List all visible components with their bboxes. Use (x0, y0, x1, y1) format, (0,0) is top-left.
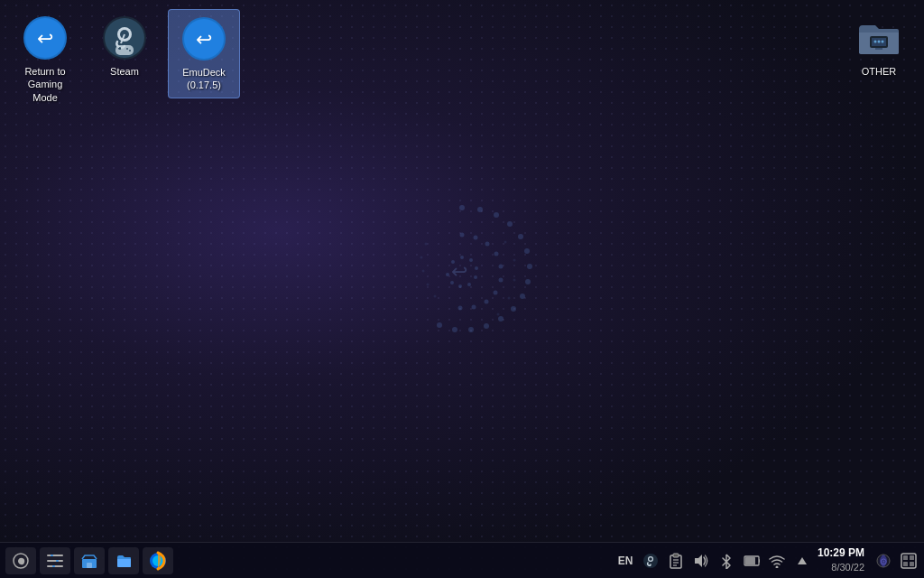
taskbar-store-button[interactable] (74, 547, 105, 574)
svg-point-9 (511, 306, 516, 312)
svg-point-43 (497, 313, 500, 316)
svg-point-17 (485, 242, 490, 247)
tray-steam-icon[interactable] (641, 551, 661, 571)
svg-text:↩: ↩ (37, 27, 53, 50)
svg-text:↩: ↩ (196, 28, 212, 51)
svg-point-20 (499, 278, 504, 283)
tray-wifi-icon[interactable] (767, 551, 787, 571)
svg-rect-52 (116, 45, 134, 55)
svg-text:↩: ↩ (451, 260, 467, 283)
svg-point-63 (874, 41, 877, 43)
svg-point-3 (507, 221, 513, 227)
svg-rect-94 (903, 555, 908, 560)
desktop-icons-container: ↩ Return to Gaming Mode (9, 9, 240, 109)
svg-point-24 (458, 306, 463, 311)
svg-rect-71 (56, 560, 59, 562)
svg-point-4 (518, 234, 523, 239)
svg-point-65 (882, 41, 884, 43)
svg-point-15 (460, 233, 465, 238)
tray-volume-icon[interactable] (691, 551, 711, 571)
svg-point-7 (525, 279, 531, 284)
background-logo: ↩ (372, 190, 552, 370)
svg-point-5 (524, 248, 530, 254)
svg-rect-81 (673, 554, 679, 557)
svg-point-37 (427, 284, 430, 286)
clock-date: 8/30/22 (818, 561, 864, 574)
svg-point-39 (504, 241, 507, 244)
svg-point-33 (446, 273, 449, 276)
svg-rect-97 (910, 562, 914, 566)
tray-expand-icon[interactable] (792, 551, 812, 571)
svg-point-18 (494, 252, 499, 256)
system-tray: EN (615, 545, 919, 574)
return-to-gaming-icon-img: ↩ (22, 14, 69, 61)
other-label: OTHER (862, 65, 897, 78)
tray-window-icon[interactable] (899, 551, 919, 571)
svg-point-14 (437, 322, 442, 328)
steam-icon-img (101, 14, 148, 61)
tray-nightmode-icon[interactable]: ⊙ (873, 551, 893, 571)
svg-rect-95 (910, 555, 914, 560)
svg-point-64 (878, 41, 881, 43)
svg-point-21 (494, 291, 498, 295)
svg-point-23 (472, 305, 476, 310)
svg-point-42 (508, 297, 511, 300)
svg-point-79 (649, 557, 652, 561)
svg-point-55 (126, 48, 128, 50)
svg-point-11 (484, 323, 489, 329)
svg-rect-70 (51, 555, 53, 556)
tray-language[interactable]: EN (615, 551, 635, 571)
svg-point-89 (775, 565, 778, 568)
tray-network-icon[interactable] (742, 551, 762, 571)
tray-clipboard-icon[interactable] (666, 551, 686, 571)
svg-rect-72 (52, 565, 55, 567)
svg-point-35 (420, 256, 423, 259)
svg-point-38 (434, 295, 437, 298)
svg-point-19 (499, 265, 504, 269)
svg-point-28 (475, 266, 478, 270)
svg-rect-88 (745, 557, 755, 564)
svg-point-22 (485, 300, 489, 304)
svg-point-13 (452, 327, 457, 332)
return-to-gaming-label: Return to Gaming Mode (14, 65, 76, 104)
svg-point-31 (458, 284, 462, 288)
desktop: ↩ ↩ Return to Gaming Mode (0, 0, 924, 578)
other-folder-icon-img (855, 14, 902, 61)
taskbar-files-button[interactable] (108, 547, 139, 574)
svg-point-10 (498, 316, 504, 322)
svg-point-36 (422, 270, 425, 273)
svg-point-30 (467, 283, 471, 286)
clock-time: 10:29 PM (818, 545, 864, 561)
svg-rect-96 (903, 562, 908, 566)
svg-point-0 (459, 205, 465, 210)
svg-point-2 (494, 212, 499, 218)
svg-point-8 (520, 294, 525, 299)
taskbar-gaming-mode-button[interactable] (5, 547, 36, 574)
svg-text:⊙: ⊙ (880, 556, 887, 566)
return-to-gaming-icon[interactable]: ↩ Return to Gaming Mode (9, 9, 81, 109)
svg-point-40 (513, 259, 516, 262)
svg-point-6 (527, 264, 532, 269)
emudeck-icon-img: ↩ (180, 15, 227, 62)
tray-bluetooth-icon[interactable] (716, 551, 736, 571)
svg-point-16 (474, 236, 478, 240)
taskbar-settings-button[interactable] (40, 547, 70, 574)
taskbar-firefox-button[interactable] (143, 547, 173, 574)
svg-rect-62 (875, 48, 882, 50)
emudeck-icon[interactable]: ↩ EmuDeck (0.17.5) (168, 9, 240, 98)
svg-point-41 (513, 279, 516, 282)
svg-rect-68 (47, 560, 63, 562)
svg-point-29 (474, 275, 477, 279)
svg-marker-85 (695, 555, 702, 567)
svg-rect-67 (47, 555, 63, 556)
svg-point-27 (469, 258, 473, 262)
svg-rect-74 (87, 563, 92, 568)
svg-point-26 (460, 256, 464, 259)
steam-icon[interactable]: Steam (88, 9, 161, 83)
svg-rect-87 (759, 559, 760, 563)
system-clock[interactable]: 10:29 PM 8/30/22 (818, 545, 864, 574)
svg-point-12 (468, 327, 474, 332)
taskbar: EN (0, 542, 924, 578)
emudeck-label: EmuDeck (0.17.5) (174, 66, 234, 92)
other-folder-icon[interactable]: OTHER (843, 9, 915, 83)
